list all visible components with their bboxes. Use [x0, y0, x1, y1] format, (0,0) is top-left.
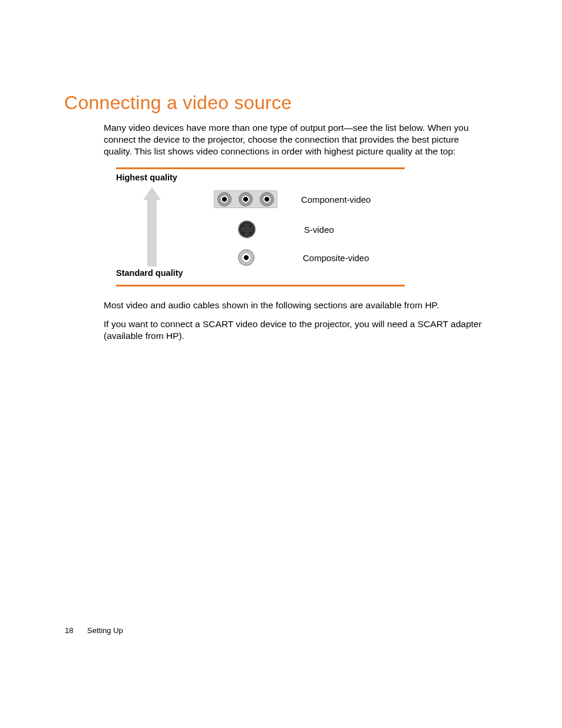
row-composite-video: Composite-video: [238, 249, 369, 266]
page-number: 18: [65, 626, 73, 635]
intro-paragraph: Many video devices have more than one ty…: [104, 122, 481, 157]
quality-diagram: Highest quality Standard quality Compone…: [116, 167, 405, 286]
composite-video-icon: [238, 249, 254, 266]
quality-arrow-icon: [143, 187, 161, 266]
component-video-icon: [214, 190, 277, 208]
page-footer: 18 Setting Up: [65, 626, 123, 635]
label-component-video: Component-video: [301, 195, 371, 205]
label-highest-quality: Highest quality: [116, 173, 177, 182]
diagram-body: Highest quality Standard quality Compone…: [116, 169, 405, 281]
divider-bottom: [116, 285, 405, 286]
paragraph-scart: If you want to connect a SCART video dev…: [104, 318, 492, 342]
section-heading: Connecting a video source: [64, 92, 292, 114]
label-composite-video: Composite-video: [303, 253, 369, 263]
paragraph-cables: Most video and audio cables shown in the…: [104, 299, 487, 311]
document-page: Connecting a video source Many video dev…: [0, 0, 562, 728]
row-s-video: S-video: [238, 220, 334, 238]
footer-section-name: Setting Up: [87, 626, 123, 635]
s-video-icon: [238, 220, 256, 238]
row-component-video: Component-video: [214, 190, 371, 208]
label-s-video: S-video: [304, 225, 334, 235]
label-standard-quality: Standard quality: [116, 268, 183, 278]
